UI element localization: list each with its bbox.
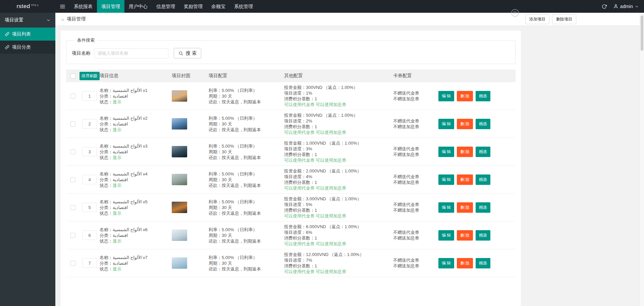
project-progress: 1%	[306, 91, 312, 96]
logo[interactable]: rstedTP5.1	[0, 0, 55, 13]
project-status-toggle[interactable]: 显示	[113, 239, 121, 244]
edit-button[interactable]: 编 辑	[438, 202, 454, 213]
delete-button[interactable]: 删 除	[457, 230, 473, 241]
project-category: اقتصادية	[113, 261, 128, 266]
edit-button[interactable]: 编 辑	[438, 230, 454, 241]
sidebar-item-project-category[interactable]: 项目分类	[0, 41, 55, 54]
row-checkbox[interactable]	[70, 261, 75, 266]
sort-refresh-button[interactable]: 排序刷新	[79, 72, 100, 80]
row-sort-input[interactable]	[82, 119, 97, 129]
edit-button[interactable]: 编 辑	[438, 147, 454, 157]
breadcrumb-icon: »	[61, 16, 64, 22]
top-nav-item-reward-manage[interactable]: 奖励管理	[179, 0, 207, 13]
row-sort-input[interactable]	[82, 203, 97, 212]
invest-amount: 3.000VND （返点：1.00%）	[306, 196, 361, 201]
sidebar: 项目设置 项目列表 项目分类	[0, 13, 55, 306]
row-checkbox[interactable]	[70, 177, 75, 182]
project-status-toggle[interactable]: 显示	[113, 127, 121, 132]
header-project-info: 项目信息	[100, 73, 172, 79]
row-sort-input[interactable]	[82, 231, 97, 240]
project-category: اقتصادية	[113, 233, 128, 238]
add-project-button[interactable]: 添加项目	[525, 14, 549, 24]
row-checkbox[interactable]	[70, 233, 75, 238]
top-nav-item-project-manage[interactable]: 项目管理	[97, 0, 124, 13]
project-repay: 按天返息，到期返本	[222, 99, 261, 104]
edit-button[interactable]: 编 辑	[438, 174, 454, 185]
refresh-icon[interactable]	[602, 4, 607, 9]
top-nav-item-info-manage[interactable]: 信息管理	[152, 0, 179, 13]
table-row: 名称：الألواح الشمسية v7 分类：اقتصادية 状态：显示 …	[66, 249, 516, 277]
invest-amount: 2.000VND （返点：1.00%）	[306, 168, 361, 173]
row-checkbox[interactable]	[70, 149, 75, 154]
card-config-voucher: 不赠送代金券	[393, 146, 419, 151]
project-cycle: 30 天	[222, 261, 232, 266]
top-nav-item-system-manage[interactable]: 系统管理	[230, 0, 257, 13]
card-config-voucher: 不赠送代金券	[393, 118, 419, 123]
featured-button[interactable]: 精选	[476, 230, 490, 241]
project-name-input[interactable]	[94, 48, 168, 58]
delete-button[interactable]: 删 除	[457, 258, 473, 268]
row-sort-input[interactable]	[82, 147, 97, 156]
top-nav-item-yuebao[interactable]: 余额宝	[207, 0, 230, 13]
project-status-toggle[interactable]: 显示	[113, 155, 121, 160]
project-status-toggle[interactable]: 显示	[113, 99, 121, 104]
project-status-toggle[interactable]: 显示	[113, 211, 121, 216]
card-config-voucher: 不赠送代金券	[393, 230, 419, 235]
featured-button[interactable]: 精选	[476, 258, 490, 268]
delete-button[interactable]: 删 除	[457, 174, 473, 185]
sidebar-section-project-settings[interactable]: 项目设置	[0, 13, 55, 28]
edit-button[interactable]: 编 辑	[438, 91, 454, 101]
project-cycle: 30 天	[222, 233, 232, 238]
top-nav-item-system-report[interactable]: 系统报表	[69, 0, 97, 13]
edit-button[interactable]: 编 辑	[438, 258, 454, 268]
delete-button[interactable]: 删 除	[457, 202, 473, 213]
card-config-interest: 不赠送加息券	[393, 208, 419, 213]
sidebar-item-project-list[interactable]: 项目列表	[0, 28, 55, 41]
menu-toggle-icon[interactable]	[55, 0, 69, 13]
delete-button[interactable]: 删 除	[457, 91, 473, 101]
scrollbar-thumb[interactable]	[641, 15, 643, 51]
featured-button[interactable]: 精选	[476, 202, 490, 213]
project-name: الألواح الشمسية v4	[113, 171, 148, 176]
row-checkbox[interactable]	[70, 94, 75, 99]
delete-project-button[interactable]: 删除项目	[552, 14, 576, 24]
project-cover-image	[172, 202, 187, 213]
project-status-toggle[interactable]: 显示	[113, 183, 121, 188]
edit-button[interactable]: 编 辑	[438, 119, 454, 129]
vertical-scrollbar[interactable]	[640, 13, 644, 306]
chevron-up-icon	[635, 5, 639, 8]
row-checkbox[interactable]	[70, 121, 75, 126]
page-actions: 添加项目 删除项目	[525, 13, 576, 26]
invest-amount: 6.000VND （返点：1.00%）	[306, 224, 361, 229]
featured-button[interactable]: 精选	[476, 147, 490, 157]
search-button[interactable]: 搜 索	[174, 48, 201, 58]
project-category: اقتصادية	[113, 94, 128, 99]
coupon-usage: 可以使用代金券 可以使用加息券	[284, 130, 346, 135]
project-rate: 5.00% （日利率）	[222, 199, 257, 204]
project-progress: 3%	[306, 146, 312, 151]
row-checkbox[interactable]	[70, 205, 75, 210]
invest-amount: 12.000VND （返点：1.00%）	[306, 252, 364, 257]
project-name: الألواح الشمسية v6	[113, 227, 148, 232]
user-menu[interactable]: admin	[613, 4, 639, 9]
delete-button[interactable]: 删 除	[457, 147, 473, 157]
header-project-cover: 项目封面	[172, 73, 209, 79]
project-name: الألواح الشمسية v2	[113, 116, 148, 121]
select-all-checkbox[interactable]	[70, 73, 75, 79]
project-status-toggle[interactable]: 显示	[113, 266, 121, 271]
top-nav-item-user-center[interactable]: 用户中心	[124, 0, 152, 13]
row-sort-input[interactable]	[82, 91, 97, 101]
main-area: » 项目管理 添加项目 删除项目 条件搜索 项目名称 搜 索	[55, 13, 644, 306]
project-category: اقتصادية	[113, 121, 128, 126]
delete-button[interactable]: 删 除	[457, 119, 473, 129]
featured-button[interactable]: 精选	[476, 174, 490, 185]
row-sort-input[interactable]	[82, 175, 97, 184]
featured-button[interactable]: 精选	[476, 91, 490, 101]
project-panel: 条件搜索 项目名称 搜 索 排序刷新 项目信息	[61, 31, 521, 306]
row-sort-input[interactable]	[82, 258, 97, 268]
coupon-usage: 可以使用代金券 可以使用加息券	[284, 241, 346, 246]
project-cycle: 30 天	[222, 94, 232, 99]
table-body: 名称：الألواح الشمسية v1 分类：اقتصادية 状态：显示 …	[66, 82, 516, 277]
project-repay: 按天返息，到期返本	[222, 183, 261, 188]
featured-button[interactable]: 精选	[476, 119, 490, 129]
